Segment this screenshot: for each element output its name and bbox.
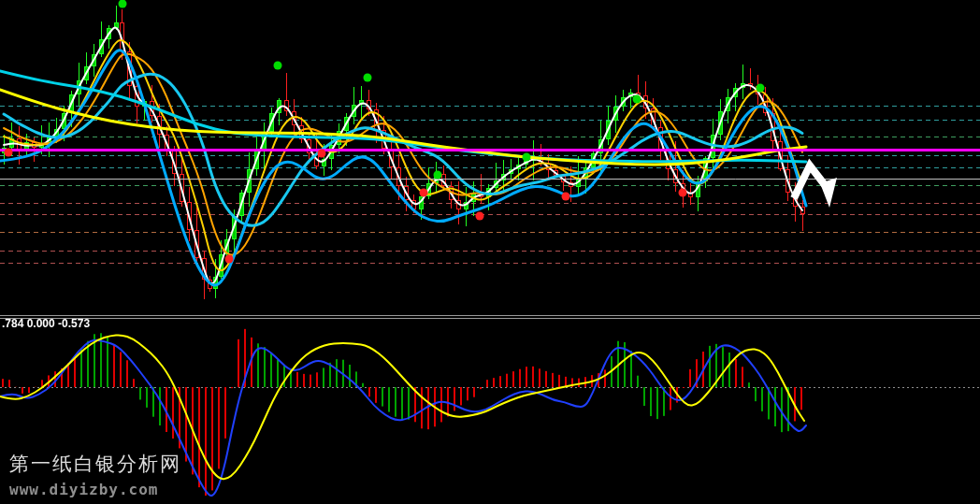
indicator-values-label: .784 0.000 -0.573 — [2, 317, 90, 330]
watermark-site-name: 第一纸白银分析网 — [9, 451, 181, 477]
watermark-site-url: www.diyizby.com — [9, 481, 181, 498]
trading-chart-window: .784 0.000 -0.573 第一纸白银分析网 www.diyizby.c… — [0, 0, 980, 504]
chart-canvas[interactable] — [0, 0, 980, 504]
watermark: 第一纸白银分析网 www.diyizby.com — [9, 451, 181, 498]
